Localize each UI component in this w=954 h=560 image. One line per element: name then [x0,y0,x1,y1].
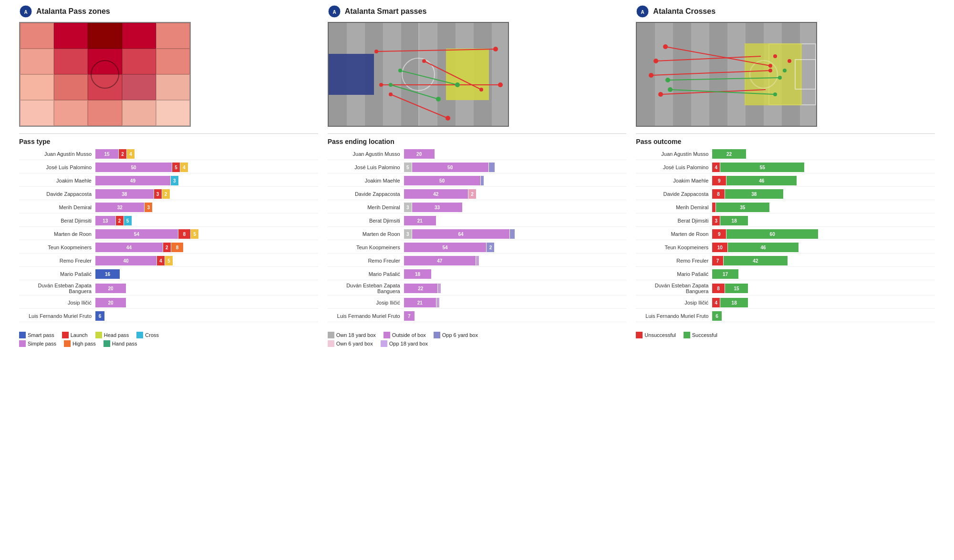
table-row: Remo Freuler4045 [19,255,318,267]
svg-point-31 [768,69,772,72]
bar-segment: 18 [720,298,748,307]
unsuccessful-label: Unsuccessful [644,332,675,338]
successful-label: Successful [692,332,717,338]
bar-container: 333 [404,203,627,212]
svg-point-37 [778,76,782,80]
bar-segment: 22 [712,149,746,159]
bar-segment: 5 [165,256,173,265]
legend-cross: Cross [136,332,159,338]
player-name: Josip Iličić [636,300,712,305]
table-row: Mario Pašalić17 [636,268,935,280]
svg-point-42 [788,59,791,63]
own-18-label: Own 18 yard box [336,332,376,338]
bar-segment: 4 [180,163,188,172]
bar-container: 6 [712,311,935,321]
head-pass-icon [95,332,102,338]
svg-point-35 [653,59,658,63]
legend-opp-6: Opp 6 yard box [434,332,478,338]
bar-container: 542 [404,243,627,252]
hand-pass-icon [104,340,110,347]
bar-segment: 18 [720,216,748,225]
bar-segment: 8 [712,189,725,199]
heatmap-cell [122,49,156,74]
bar-segment: 9 [712,176,726,185]
table-row: Luis Fernando Muriel Fruto7 [328,310,627,322]
player-name: Teun Koopmeiners [19,244,95,250]
crosses-title: A Atalanta Crosses [636,5,935,18]
pass-type-chart: Juan Agustín Musso1524José Luis Palomino… [19,148,318,322]
legend-own-18: Own 18 yard box [328,332,376,338]
crosses-pitch [636,22,817,127]
player-name: Remo Freuler [19,258,95,264]
table-row: Joakim Maehle50 [328,175,627,187]
hand-pass-label: Hand pass [112,341,137,346]
player-name: Josip Iličić [328,300,404,305]
pass-ending-chart: Juan Agustín Musso20José Luis Palomino55… [328,148,627,322]
table-row: Josip Iličić20 [19,297,318,309]
player-name: Merih Demiral [19,204,95,210]
simple-pass-icon [19,340,26,347]
player-name: Duván Esteban Zapata Banguera [19,283,95,294]
heatmap-cell [20,23,54,49]
player-name: Mario Pašalić [19,271,95,277]
svg-line-28 [668,78,780,80]
successful-icon [684,332,690,338]
atalanta-logo-3: A [636,5,649,18]
heatmap-cell [88,49,122,74]
bar-container: 493 [95,176,318,185]
bar-segment: 38 [725,189,783,199]
table-row: Marten de Roon5485 [19,228,318,240]
bar-container: 20 [95,284,318,293]
bar-segment: 17 [712,269,738,279]
legend-ending-row-2: Own 6 yard box Opp 18 yard box [328,340,627,347]
legend-unsuccessful: Unsuccessful [636,332,675,338]
svg-point-20 [398,69,402,72]
table-row: Luis Fernando Muriel Fruto6 [636,310,935,322]
table-row: Berat Djimsiti318 [636,215,935,227]
bar-segment [438,284,441,293]
heatmap-cell [156,23,190,49]
pass-arrows [329,23,508,126]
legend-launch: Launch [62,332,88,338]
bar-segment: 13 [95,216,115,225]
bar-segment: 20 [95,298,126,307]
player-name: Mario Pašalić [328,271,404,277]
simple-pass-label: Simple pass [28,341,56,346]
player-name: Luis Fernando Muriel Fruto [19,313,95,319]
bar-segment: 2 [487,243,494,252]
table-row: Remo Freuler47 [328,255,627,267]
bar-segment: 20 [404,149,435,159]
table-row: Duván Esteban Zapata Banguera815 [636,282,935,295]
svg-point-32 [663,44,668,49]
bar-segment: 9 [712,229,726,239]
bar-segment: 64 [412,229,510,239]
bar-segment: 8 [712,284,725,293]
player-name: Berat Djimsiti [328,218,404,224]
legend-row-1: Smart pass Launch Head pass Cross [19,332,318,338]
svg-point-14 [389,92,393,96]
legend-outcome-row: Unsuccessful Successful [636,332,935,338]
opp-6-label: Opp 6 yard box [442,332,478,338]
heatmap-cell [54,100,88,126]
bar-segment: 2 [163,243,171,252]
svg-point-21 [455,82,460,87]
table-row: Mario Pašalić16 [19,268,318,280]
svg-text:A: A [24,10,27,15]
player-name: Teun Koopmeiners [328,244,404,250]
player-name: Joakim Maehle [328,178,404,183]
svg-point-34 [658,92,663,97]
bar-container: 20 [404,149,627,159]
bar-container: 20 [95,298,318,307]
player-name: Joakim Maehle [636,178,712,183]
bar-segment: 3 [145,203,152,212]
table-row: Juan Agustín Musso20 [328,148,627,160]
table-row: Luis Fernando Muriel Fruto6 [19,310,318,322]
bar-segment: 33 [412,203,463,212]
atalanta-logo-2: A [328,5,341,18]
launch-icon [62,332,69,338]
bar-container: 960 [712,229,935,239]
crosses-heading: Atalanta Crosses [653,7,716,16]
bar-segment: 8 [178,229,191,239]
heatmap-cell [20,74,54,100]
bar-segment: 55 [720,163,804,172]
